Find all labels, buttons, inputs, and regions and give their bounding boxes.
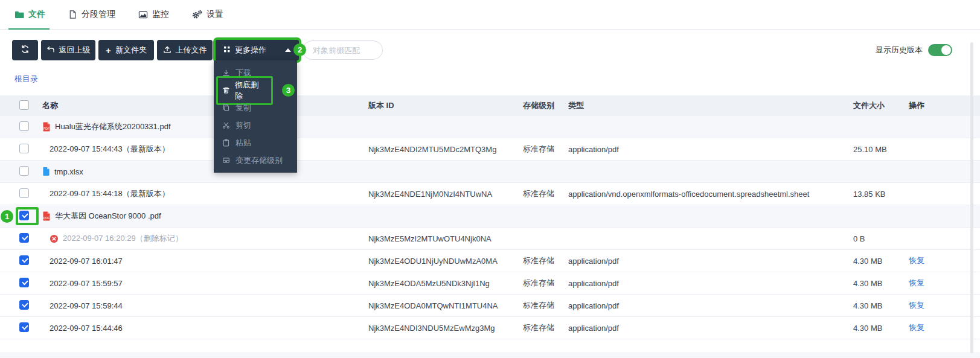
- storage-class: 标准存储: [517, 300, 562, 311]
- upload-file-button[interactable]: 上传文件: [157, 40, 213, 60]
- document-icon: [68, 10, 77, 19]
- menu-item-change-storage-class[interactable]: 变更存储级别: [214, 152, 297, 169]
- file-size: 25.10 MB: [847, 145, 902, 154]
- select-all-checkbox[interactable]: [19, 100, 29, 110]
- tab-multipart[interactable]: 分段管理: [68, 9, 115, 20]
- content-type: application/pdf: [562, 324, 847, 333]
- tab-label: 设置: [207, 9, 223, 20]
- table-header-row: 名称 版本 ID 存储级别 类型 文件大小 操作: [0, 95, 980, 116]
- history-version-control: 显示历史版本: [876, 44, 952, 56]
- history-toggle-label: 显示历史版本: [876, 45, 923, 56]
- more-actions-button[interactable]: 更多操作: [216, 40, 299, 60]
- more-actions-dropdown: 下载 彻底删除 3 复制: [214, 60, 297, 173]
- content-type: application/pdf: [562, 145, 847, 154]
- button-label: 上传文件: [176, 45, 207, 56]
- file-size: 13.85 KB: [847, 190, 902, 199]
- menu-item-paste[interactable]: 粘贴: [214, 134, 297, 152]
- vertical-scrollbar[interactable]: [970, 42, 973, 353]
- storage-class: 标准存储: [517, 255, 562, 266]
- column-header-type: 类型: [562, 100, 847, 111]
- annotation-badge-3: 3: [282, 84, 295, 97]
- active-tab-underline: [8, 28, 50, 30]
- table-row: tmp.xlsx: [0, 161, 980, 183]
- upload-icon: [163, 45, 171, 56]
- file-size: 4.30 MB: [847, 257, 902, 266]
- content-type: application/vnd.openxmlformats-officedoc…: [562, 190, 847, 199]
- row-checkbox[interactable]: [19, 144, 29, 153]
- storage-class: 标准存储: [517, 144, 562, 155]
- copy-icon: [222, 104, 230, 112]
- file-size: 4.30 MB: [847, 324, 902, 333]
- content-type: application/pdf: [562, 257, 847, 266]
- table-row: 2022-09-07 15:59:44 Njk3MzE4ODA0MTQwNTI1…: [0, 295, 980, 317]
- version-timestamp: 2022-09-07 15:44:18（最新版本）: [50, 188, 170, 199]
- button-label: 新文件夹: [115, 45, 147, 56]
- restore-link[interactable]: 恢复: [909, 301, 924, 310]
- menu-item-delete-permanently[interactable]: 彻底删除 3: [214, 82, 297, 99]
- menu-item-cut[interactable]: 剪切: [214, 117, 297, 134]
- column-header-actions: 操作: [902, 100, 980, 111]
- table-row: 2022-09-07 15:59:57 Njk3MzE4ODA5MzU5NDk3…: [0, 272, 980, 295]
- annotation-badge-1: 1: [1, 210, 13, 223]
- row-checkbox[interactable]: [19, 121, 29, 131]
- pdf-file-icon: PDF: [42, 122, 51, 132]
- menu-item-label: 粘贴: [235, 138, 251, 149]
- content-type: application/pdf: [562, 279, 847, 288]
- tab-files[interactable]: 文件: [14, 9, 45, 20]
- row-checkbox[interactable]: [19, 255, 29, 265]
- restore-link[interactable]: 恢复: [909, 256, 924, 265]
- back-icon: [46, 45, 55, 56]
- storage-class: 标准存储: [517, 278, 562, 289]
- go-up-button[interactable]: 返回上级: [41, 40, 95, 60]
- tab-settings[interactable]: 设置: [192, 9, 223, 20]
- app-window: 文件 分段管理 监控 设置: [0, 0, 980, 358]
- breadcrumb-root-directory[interactable]: 根目录: [14, 74, 980, 85]
- storage-class-icon: [222, 156, 230, 164]
- version-id: Njk3MzE5MzI2MTUwOTU4Njk0NA: [362, 234, 517, 243]
- storage-class: 标准存储: [517, 322, 562, 333]
- row-checkbox[interactable]: [19, 188, 29, 198]
- file-size: 4.30 MB: [847, 301, 902, 310]
- delete-marker-icon: [50, 234, 59, 243]
- grid-icon: [223, 46, 231, 55]
- file-name[interactable]: Hualu蓝光存储系统20200331.pdf: [55, 121, 171, 132]
- restore-link[interactable]: 恢复: [909, 323, 924, 332]
- settings-icon: [192, 10, 202, 19]
- history-version-toggle[interactable]: [928, 44, 952, 56]
- tab-bar: 文件 分段管理 监控 设置: [0, 0, 980, 30]
- column-header-version-id: 版本 ID: [362, 100, 517, 111]
- search-input[interactable]: [303, 40, 383, 60]
- button-label: 返回上级: [59, 45, 91, 56]
- refresh-button[interactable]: [12, 40, 38, 60]
- chevron-up-icon: [285, 48, 291, 52]
- row-checkbox[interactable]: [19, 322, 29, 332]
- chart-icon: [138, 10, 148, 19]
- column-header-file-size: 文件大小: [847, 100, 902, 111]
- new-folder-button[interactable]: + 新文件夹: [98, 40, 154, 60]
- file-name[interactable]: 华大基因 OceanStor 9000 .pdf: [55, 211, 161, 222]
- tab-label: 分段管理: [82, 9, 115, 20]
- svg-text:PDF: PDF: [43, 216, 50, 220]
- row-checkbox[interactable]: [19, 300, 29, 310]
- scissors-icon: [222, 121, 230, 129]
- table-row: PDF Hualu蓝光存储系统20200331.pdf: [0, 116, 980, 138]
- plus-icon: +: [106, 45, 111, 56]
- version-id: Njk3MzE4NDI2MTU5MDc2MTQ3Mg: [362, 145, 517, 154]
- row-checkbox[interactable]: [19, 278, 29, 287]
- version-timestamp: 2022-09-07 15:44:46: [50, 324, 123, 333]
- version-timestamp: 2022-09-07 15:59:57: [50, 279, 123, 288]
- content-type: application/pdf: [562, 301, 847, 310]
- column-header-name: 名称: [34, 100, 362, 111]
- folder-icon: [14, 10, 24, 19]
- row-checkbox[interactable]: [19, 233, 29, 243]
- annotation-box-3: 彻底删除: [216, 76, 273, 105]
- annotation-badge-2: 2: [293, 43, 306, 56]
- tab-monitoring[interactable]: 监控: [138, 9, 169, 20]
- table-row: 2022-09-07 15:44:43（最新版本） Njk3MzE4NDI2MT…: [0, 138, 980, 161]
- row-checkbox[interactable]: [19, 166, 29, 176]
- version-timestamp: 2022-09-07 15:59:44: [50, 301, 123, 310]
- table-row: 2022-09-07 15:44:46 Njk3MzE4NDI3NDU5MzEw…: [0, 317, 980, 339]
- toolbar: 返回上级 + 新文件夹 上传文件 更多操作 2 显示历史版本: [0, 40, 980, 60]
- restore-link[interactable]: 恢复: [909, 278, 924, 287]
- file-name[interactable]: tmp.xlsx: [54, 167, 83, 176]
